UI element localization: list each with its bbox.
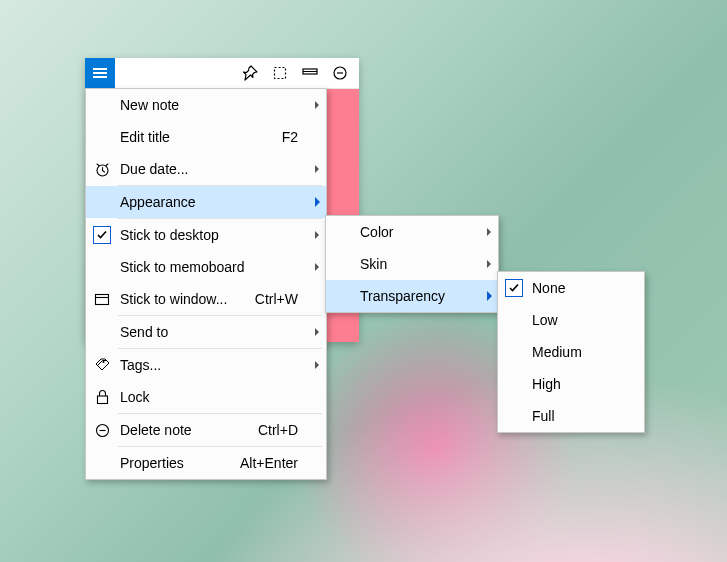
svg-rect-0 bbox=[275, 68, 286, 79]
submenu-arrow-icon bbox=[308, 263, 326, 271]
snip-button[interactable] bbox=[265, 58, 295, 88]
svg-rect-9 bbox=[97, 396, 107, 404]
submenu-arrow-icon bbox=[480, 228, 498, 236]
menu-label: Lock bbox=[118, 389, 298, 405]
menu-shortcut: F2 bbox=[282, 129, 308, 145]
hamburger-button[interactable] bbox=[85, 58, 115, 88]
menu-item-stick-to-desktop[interactable]: Stick to desktop bbox=[86, 219, 326, 251]
svg-rect-6 bbox=[96, 294, 109, 304]
pin-icon bbox=[242, 65, 258, 81]
menu-item-stick-to-memoboard[interactable]: Stick to memoboard bbox=[86, 251, 326, 283]
menu-item-properties[interactable]: Properties Alt+Enter bbox=[86, 447, 326, 479]
menu-label: Color bbox=[358, 224, 480, 240]
menu-shortcut: Alt+Enter bbox=[240, 455, 308, 471]
menu-label: Transparency bbox=[358, 288, 480, 304]
menu-label: Due date... bbox=[118, 161, 298, 177]
circle-minus-icon bbox=[86, 414, 118, 446]
menu-label: Medium bbox=[530, 344, 644, 360]
lock-icon bbox=[86, 381, 118, 413]
pin-button[interactable] bbox=[235, 58, 265, 88]
hamburger-icon bbox=[93, 68, 107, 78]
menu-item-due-date[interactable]: Due date... bbox=[86, 153, 326, 185]
window-button[interactable] bbox=[295, 58, 325, 88]
menu-label: Low bbox=[530, 312, 644, 328]
submenu-arrow-icon bbox=[480, 260, 498, 268]
submenu-arrow-icon bbox=[308, 361, 326, 369]
submenu-arrow-icon bbox=[308, 231, 326, 239]
menu-label: Tags... bbox=[118, 357, 298, 373]
menu-item-delete-note[interactable]: Delete note Ctrl+D bbox=[86, 414, 326, 446]
window-icon bbox=[302, 67, 318, 79]
menu-label: Properties bbox=[118, 455, 240, 471]
menu-item-transparency[interactable]: Transparency bbox=[326, 280, 498, 312]
note-toolbar bbox=[85, 58, 359, 89]
menu-label: Stick to memoboard bbox=[118, 259, 298, 275]
menu-label: Send to bbox=[118, 324, 298, 340]
menu-item-tags[interactable]: Tags... bbox=[86, 349, 326, 381]
circle-minus-icon bbox=[332, 65, 348, 81]
menu-label: Skin bbox=[358, 256, 480, 272]
submenu-arrow-icon bbox=[308, 165, 326, 173]
main-context-menu: New note Edit title F2 Due date... Appea… bbox=[85, 88, 327, 480]
window-icon bbox=[86, 283, 118, 315]
menu-item-color[interactable]: Color bbox=[326, 216, 498, 248]
menu-label: Stick to window... bbox=[118, 291, 255, 307]
desktop-background: New note Edit title F2 Due date... Appea… bbox=[0, 0, 727, 562]
menu-item-transparency-full[interactable]: Full bbox=[498, 400, 644, 432]
selection-icon bbox=[272, 65, 288, 81]
menu-item-skin[interactable]: Skin bbox=[326, 248, 498, 280]
submenu-arrow-icon bbox=[308, 197, 326, 207]
svg-point-8 bbox=[102, 361, 104, 363]
checkbox-checked-icon bbox=[505, 279, 523, 297]
menu-label: None bbox=[530, 280, 644, 296]
menu-label: Delete note bbox=[118, 422, 258, 438]
menu-item-send-to[interactable]: Send to bbox=[86, 316, 326, 348]
appearance-submenu: Color Skin Transparency bbox=[325, 215, 499, 313]
submenu-arrow-icon bbox=[308, 328, 326, 336]
menu-item-transparency-high[interactable]: High bbox=[498, 368, 644, 400]
menu-item-transparency-low[interactable]: Low bbox=[498, 304, 644, 336]
menu-label: Stick to desktop bbox=[118, 227, 298, 243]
submenu-arrow-icon bbox=[308, 101, 326, 109]
tags-icon bbox=[86, 349, 118, 381]
menu-item-appearance[interactable]: Appearance bbox=[86, 186, 326, 218]
transparency-submenu: None Low Medium High Full bbox=[497, 271, 645, 433]
menu-label: Full bbox=[530, 408, 644, 424]
menu-shortcut: Ctrl+D bbox=[258, 422, 308, 438]
submenu-arrow-icon bbox=[480, 291, 498, 301]
menu-label: Edit title bbox=[118, 129, 282, 145]
menu-label: High bbox=[530, 376, 644, 392]
menu-label: Appearance bbox=[118, 194, 298, 210]
menu-item-new-note[interactable]: New note bbox=[86, 89, 326, 121]
alarm-clock-icon bbox=[86, 153, 118, 185]
menu-label: New note bbox=[118, 97, 298, 113]
menu-shortcut: Ctrl+W bbox=[255, 291, 308, 307]
menu-item-transparency-none[interactable]: None bbox=[498, 272, 644, 304]
menu-item-transparency-medium[interactable]: Medium bbox=[498, 336, 644, 368]
menu-item-lock[interactable]: Lock bbox=[86, 381, 326, 413]
checkbox-checked-icon bbox=[93, 226, 111, 244]
more-button[interactable] bbox=[325, 58, 355, 88]
menu-item-edit-title[interactable]: Edit title F2 bbox=[86, 121, 326, 153]
menu-item-stick-to-window[interactable]: Stick to window... Ctrl+W bbox=[86, 283, 326, 315]
